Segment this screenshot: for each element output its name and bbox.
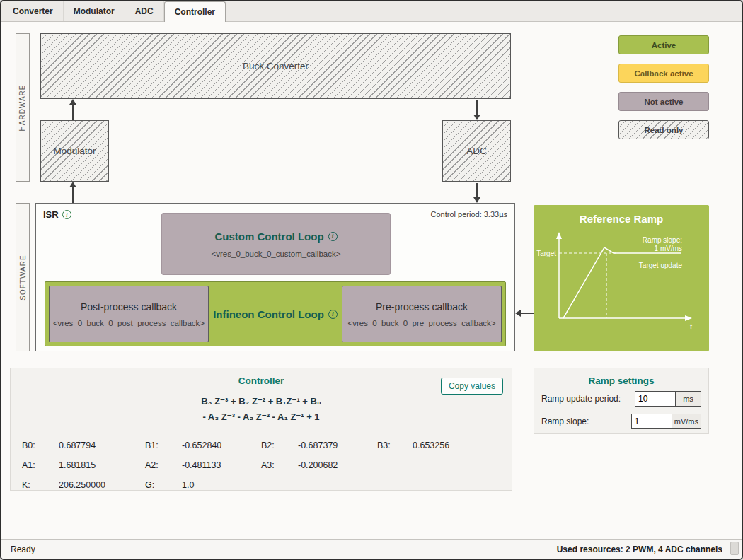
ramp-x-arrowhead [685, 315, 692, 321]
formula-numerator: B₃ Z⁻³ + B₂ Z⁻² + B₁Z⁻¹ + B₀ [197, 396, 325, 409]
controller-panel: Controller Copy values B₃ Z⁻³ + B₂ Z⁻² +… [10, 368, 512, 491]
isr-label: ISR [43, 209, 59, 220]
coeff-empty [377, 460, 413, 470]
arrow-modulator-to-buck-line [72, 105, 74, 120]
coeff-a1-value: 1.681815 [59, 460, 145, 470]
ramp-settings-panel: Ramp settings Ramp update period: ms Ram… [534, 368, 709, 434]
infineon-control-loop-title: Infineon Control Loop i [213, 308, 338, 320]
ramp-update-period-input[interactable] [635, 391, 676, 407]
legend: Active Callback active Not active Read o… [618, 35, 709, 139]
tab-adc[interactable]: ADC [125, 1, 164, 21]
ramp-slope-label: Ramp slope: [541, 416, 631, 426]
buck-converter-label: Buck Converter [243, 61, 309, 71]
custom-control-loop-block: Custom Control Loop i <vres_0_buck_0_cus… [161, 213, 391, 275]
control-period-label: Control period: 3.33µs [431, 210, 507, 218]
copy-values-button[interactable]: Copy values [441, 378, 503, 395]
tab-converter[interactable]: Converter [3, 1, 64, 21]
modulator-label: Modulator [53, 146, 96, 156]
pre-process-callback-title: Pre-process callback [376, 301, 468, 313]
coeff-b0-label: B0: [22, 441, 59, 450]
legend-active: Active [618, 35, 709, 54]
arrow-ramp-to-isr-line [521, 313, 534, 314]
ramp-update-period-label: Ramp update period: [541, 394, 635, 404]
arrow-ramp-to-isr-head [515, 310, 521, 317]
post-process-callback-name: <vres_0_buck_0_post_process_callback> [53, 319, 205, 327]
coeff-a3-label: A3: [261, 460, 298, 470]
ramp-slope-input[interactable] [631, 414, 672, 429]
ramp-settings-title: Ramp settings [534, 375, 708, 386]
arrow-adc-to-isr-head [473, 197, 480, 203]
coeff-empty [413, 460, 502, 470]
tab-modulator[interactable]: Modulator [64, 1, 125, 21]
ramp-slope-unit: mV/ms [672, 414, 701, 429]
coeff-b1-value: -0.652840 [182, 441, 261, 450]
ramp-curve [563, 247, 681, 318]
scrollbar-thumb[interactable] [730, 542, 739, 555]
adc-block: ADC [442, 120, 511, 182]
ramp-settings-rows: Ramp update period: ms Ramp slope: mV/ms [541, 390, 701, 430]
tab-bar: Converter Modulator ADC Controller [1, 1, 742, 22]
app-window: Converter Modulator ADC Controller HARDW… [0, 0, 743, 560]
arrow-modulator-to-buck-head [69, 99, 76, 105]
coeff-k-value: 206.250000 [59, 480, 145, 490]
arrow-buck-to-adc-line [476, 100, 478, 116]
coeff-b2-value: -0.687379 [298, 441, 377, 450]
transfer-function-formula: B₃ Z⁻³ + B₂ Z⁻² + B₁Z⁻¹ + B₀ - A₃ Z⁻³ - … [11, 396, 512, 422]
coeff-g-label: G: [145, 480, 182, 490]
coeff-empty [298, 480, 377, 490]
formula-denominator: - A₃ Z⁻³ - A₂ Z⁻² - A₁ Z⁻¹ + 1 [11, 409, 512, 422]
ramp-update-period-unit: ms [676, 391, 701, 407]
software-section-text: SOFTWARE [19, 255, 27, 300]
arrow-isr-to-modulator-head [69, 182, 76, 187]
ramp-update-period-row: Ramp update period: ms [541, 390, 701, 407]
custom-control-loop-text: Custom Control Loop [214, 231, 323, 243]
coeff-a2-value: -0.481133 [182, 460, 261, 470]
legend-read-only: Read only [618, 120, 709, 139]
legend-not-active: Not active [618, 92, 709, 111]
ramp-slope-label: Ramp slope: [643, 236, 682, 244]
coeff-k-label: K: [22, 480, 59, 490]
arrow-isr-to-modulator-line [72, 187, 74, 203]
ramp-y-arrowhead [556, 232, 562, 239]
coeff-empty [377, 480, 413, 490]
coefficient-grid: B0: 0.687794 B1: -0.652840 B2: -0.687379… [22, 441, 502, 490]
pre-process-callback-name: <vres_0_buck_0_pre_process_callback> [347, 319, 495, 327]
used-resources-label: Used resources: 2 PWM, 4 ADC channels [557, 544, 732, 554]
tab-controller[interactable]: Controller [164, 1, 226, 22]
modulator-block: Modulator [40, 120, 109, 182]
hardware-section-text: HARDWARE [19, 84, 27, 131]
infineon-control-loop-label-wrap: Infineon Control Loop i [209, 286, 342, 342]
custom-control-loop-info-icon[interactable]: i [328, 232, 338, 241]
ramp-slope-value: 1 mV/ms [655, 245, 682, 252]
legend-callback-active: Callback active [618, 64, 709, 83]
status-ready-label: Ready [11, 544, 35, 554]
hardware-section-label: HARDWARE [16, 33, 30, 182]
software-section-label: SOFTWARE [16, 203, 30, 351]
post-process-callback-title: Post-process callback [81, 301, 177, 313]
isr-info-icon[interactable]: i [62, 210, 71, 219]
infineon-control-loop-info-icon[interactable]: i [328, 310, 338, 319]
coeff-empty [413, 480, 502, 490]
pre-process-callback-block: Pre-process callback <vres_0_buck_0_pre_… [342, 286, 502, 342]
infineon-control-loop-container: Post-process callback <vres_0_buck_0_pos… [45, 281, 506, 346]
buck-converter-block: Buck Converter [40, 33, 511, 99]
coeff-b3-value: 0.653256 [413, 441, 502, 450]
coeff-b0-value: 0.687794 [59, 441, 145, 450]
ramp-slope-row: Ramp slope: mV/ms [541, 413, 701, 430]
reference-ramp-title: Reference Ramp [534, 205, 709, 225]
status-bar: Ready Used resources: 2 PWM, 4 ADC chann… [1, 539, 742, 559]
coeff-b3-label: B3: [377, 441, 413, 450]
adc-label: ADC [466, 146, 487, 156]
ramp-chart: Target Ramp slope: 1 mV/ms Target update… [534, 228, 709, 339]
infineon-control-loop-text: Infineon Control Loop [213, 308, 324, 320]
coeff-b1-label: B1: [145, 441, 182, 450]
coeff-b2-label: B2: [261, 441, 298, 450]
coeff-a1-label: A1: [22, 460, 59, 470]
ramp-t-axis-label: t [690, 323, 692, 331]
coeff-a2-label: A2: [145, 460, 182, 470]
coeff-empty [261, 480, 298, 490]
ramp-target-label: Target [536, 250, 556, 257]
custom-callback-name: <vres_0_buck_0_custom_callback> [212, 250, 341, 258]
isr-header: ISR i [43, 209, 71, 220]
arrow-buck-to-adc-head [473, 115, 480, 120]
